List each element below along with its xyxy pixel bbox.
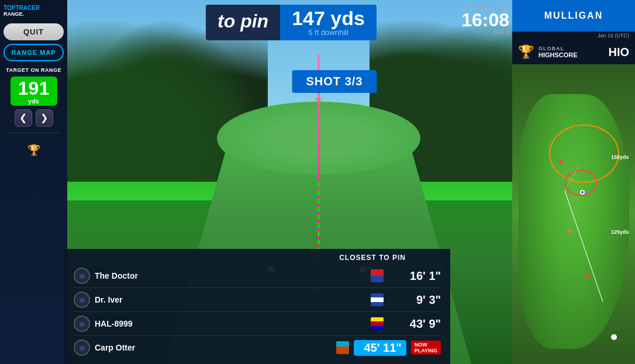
arrow-right-button[interactable]: ❯ — [36, 109, 53, 127]
player-distance-4: 45' 11" — [354, 340, 406, 356]
yardage-display: 191 yds — [11, 77, 57, 106]
player-name-2: Dr. Iver — [95, 295, 366, 304]
now-playing-badge: nowplaying — [411, 341, 441, 355]
leaderboard-row-4: ◎ Carp Otter 45' 11" nowplaying — [74, 336, 441, 359]
right-panel: MULLIGAN Jan 15 (UTC) 🏆 GLOBAL HIGHSCORE… — [512, 0, 635, 364]
global-label: GLOBAL — [539, 46, 578, 51]
shot-counter: SHOT 3/3 — [292, 70, 377, 93]
timer-value: 16:08 — [461, 11, 509, 29]
player-name-1: The Doctor — [95, 271, 366, 280]
left-sidebar: TOPTRACERRANGE. QUIT RANGE MAP TARGET ON… — [0, 0, 67, 364]
leaderboard-row-2: ◎ Dr. Iver 9' 3" — [74, 288, 441, 312]
yardage-unit: yds — [11, 98, 57, 105]
player-name-3: HAL-8999 — [95, 319, 366, 328]
topin-display-container: to pin 147 yds 5 ft downhill — [64, 0, 518, 40]
target-on-range-label: TARGET ON RANGE — [6, 67, 61, 73]
player-distance-2: 9' 3" — [388, 293, 441, 307]
leaderboard-row-3: ◎ HAL-8999 43' 9" — [74, 312, 441, 336]
highscore-info: GLOBAL HIGHSCORE — [539, 46, 578, 58]
player-icon-2: ◎ — [74, 292, 90, 308]
arrow-left-button[interactable]: ❮ — [15, 109, 32, 127]
session-timer: SESSION ENDS 16:08 BAY 9 — [461, 5, 509, 36]
player-flag-3 — [371, 317, 384, 330]
hio-badge: HIO — [608, 46, 629, 59]
distance-value: 147 yds — [292, 8, 365, 28]
topin-container: to pin 147 yds 5 ft downhill — [206, 5, 377, 40]
trophy-icon: 🏆 — [518, 44, 534, 60]
leaderboard-header: CLOSEST TO PIN — [74, 254, 441, 264]
range-map-button[interactable]: RANGE MAP — [4, 44, 64, 61]
yardage-number: 191 — [11, 79, 57, 98]
topin-distance: 147 yds 5 ft downhill — [280, 5, 377, 40]
map-yardage-125: 125yds — [611, 229, 629, 235]
player-distance-3: 43' 9" — [388, 317, 441, 331]
player-flag-1 — [371, 269, 384, 282]
chevron-4 — [314, 98, 323, 103]
mulligan-button[interactable]: MULLIGAN — [512, 0, 635, 32]
leaderboard-row-1: ◎ The Doctor 16' 1" — [74, 264, 441, 288]
date-label: Jan 15 (UTC) — [512, 32, 635, 40]
logo: TOPTRACERRANGE. — [4, 5, 64, 18]
player-icon-4: ◎ — [74, 339, 90, 356]
highscore-label-text: HIGHSCORE — [539, 51, 578, 58]
global-highscore: 🏆 GLOBAL HIGHSCORE HIO — [512, 40, 635, 64]
arrow-controls: ❮ ❯ — [15, 109, 53, 127]
distance-sub: 5 ft downhill — [308, 28, 348, 37]
trophy-icon-small: 🏆 — [27, 144, 40, 157]
player-distance-1: 16' 1" — [388, 269, 441, 283]
player-flag-4 — [336, 341, 349, 354]
svg-line-1 — [565, 165, 579, 191]
topin-label: to pin — [206, 5, 280, 40]
leaderboard: CLOSEST TO PIN ◎ The Doctor 16' 1" ◎ Dr.… — [64, 249, 450, 364]
sidebar-divider — [6, 133, 61, 133]
player-icon-1: ◎ — [74, 268, 90, 284]
map-yardage-150: 150yds — [611, 154, 629, 160]
logo-area: TOPTRACERRANGE. — [4, 5, 64, 18]
closest-to-pin-label: CLOSEST TO PIN — [339, 254, 441, 262]
quit-button[interactable]: QUIT — [4, 23, 64, 40]
aerial-map: 150yds 125yds — [512, 64, 635, 364]
player-name-4: Carp Otter — [95, 343, 332, 352]
player-flag-2 — [371, 293, 384, 306]
map-trajectory-lines — [512, 64, 635, 364]
svg-line-0 — [565, 191, 603, 302]
player-icon-3: ◎ — [74, 316, 90, 332]
